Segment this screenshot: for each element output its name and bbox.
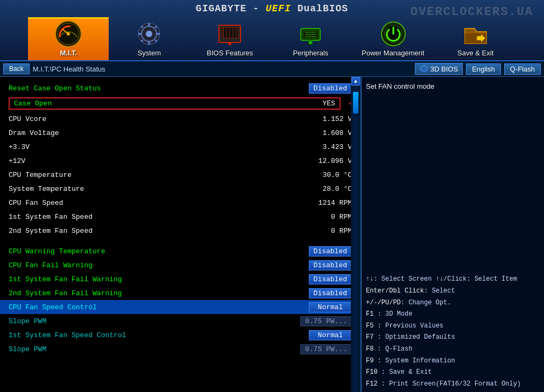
back-button[interactable]: Back — [3, 63, 30, 74]
setting-sys-fan1-fail[interactable]: 1st System Fan Fail Warning Disabled — [0, 272, 361, 286]
setting-sys-fan2: 2nd System Fan Speed 0 RPM — [0, 224, 361, 238]
scrollbar[interactable]: ▲ ▼ — [351, 77, 361, 392]
brand-dualbios: DualBIOS — [291, 3, 348, 14]
nav-save-label: Save & Exit — [457, 49, 493, 57]
value: Disabled — [309, 274, 352, 284]
label: 2nd System Fan Fail Warning — [9, 289, 309, 297]
setting-case-open-value: YES — [303, 99, 335, 108]
setting-sys-fan1-control[interactable]: 1st System Fan Speed Control Normal — [0, 328, 361, 342]
label: CPU Fan Speed — [9, 199, 298, 207]
brand-gigabyte: GIGABYTE - — [196, 3, 266, 14]
value: 1214 RPM — [298, 199, 352, 207]
shortcut-esc: ESC/Right Click: Exit — [366, 390, 540, 392]
qflash-button[interactable]: Q-Flash — [504, 63, 541, 75]
value: Normal — [309, 302, 352, 312]
label: +3.3V — [9, 143, 298, 151]
value: 0 RPM — [298, 227, 352, 235]
label: +12V — [9, 157, 298, 165]
shortcut-f10: F10 : Save & Exit — [366, 367, 540, 379]
breadcrumb-path: M.I.T.\PC Health Status — [33, 65, 412, 73]
setting-reset-case[interactable]: Reset Case Open Status Disabled — [0, 81, 361, 95]
help-panel: Set FAN control mode ↑↓: Select Screen ↑… — [361, 77, 544, 392]
value: 1.152 V — [298, 115, 352, 123]
svg-point-3 — [67, 32, 70, 35]
shortcut-f9: F9 : System Information — [366, 355, 540, 367]
svg-rect-12 — [138, 33, 142, 35]
setting-case-open-name: Case Open — [14, 99, 303, 108]
svg-rect-10 — [148, 23, 150, 26]
value: Normal — [309, 330, 352, 340]
nav-system[interactable]: System — [109, 17, 189, 60]
label: 2nd System Fan Speed — [9, 227, 298, 235]
setting-case-open[interactable]: Case Open YES — [9, 97, 341, 110]
shortcut-f8: F8 : Q-Flash — [366, 344, 540, 355]
brand-uefi: UEFI — [266, 3, 291, 14]
setting-12v: +12V 12.096 V — [0, 154, 361, 168]
spacer — [0, 238, 361, 244]
value: 0.75 PW... — [300, 316, 352, 326]
value: Disabled — [309, 260, 352, 270]
setting-sys-fan1: 1st System Fan Speed 0 RPM — [0, 210, 361, 224]
svg-point-9 — [146, 31, 152, 37]
label: 1st System Fan Speed Control — [9, 331, 309, 339]
nav-mit[interactable]: M.I.T. — [28, 17, 109, 60]
help-shortcuts: ↑↓: Select Screen ↑↓/Click: Select Item … — [366, 274, 540, 392]
nav-power[interactable]: Power Management — [351, 17, 435, 60]
setting-cpu-fan-fail[interactable]: CPU Fan Fail Warning Disabled — [0, 258, 361, 272]
svg-rect-13 — [157, 33, 160, 35]
setting-cpu-warn[interactable]: CPU Warning Temperature Disabled — [0, 244, 361, 258]
svg-point-25 — [228, 42, 231, 45]
language-button[interactable]: English — [466, 63, 501, 75]
nav-peripherals[interactable]: Peripherals — [270, 17, 351, 60]
label: CPU Fan Speed Control — [9, 303, 309, 311]
label: 1st System Fan Fail Warning — [9, 275, 309, 283]
label: Slope PWM — [9, 317, 300, 325]
setting-cpu-temp: CPU Temperature 30.0 °C — [0, 168, 361, 182]
value: 30.0 °C — [298, 171, 352, 179]
setting-value: Disabled — [309, 83, 352, 94]
value: 0.75 PW... — [300, 344, 352, 354]
nav-system-label: System — [138, 49, 161, 57]
nav-bios-label: BIOS Features — [207, 49, 253, 57]
label: Slope PWM — [9, 345, 300, 353]
setting-slope-pwm2[interactable]: Slope PWM 0.75 PW... — [0, 342, 361, 356]
nav-save[interactable]: Save & Exit — [435, 17, 516, 60]
setting-cpu-fan-control[interactable]: CPU Fan Speed Control Normal — [0, 300, 361, 314]
value: Disabled — [309, 288, 352, 298]
watermark: OVERCLOCKERS.UA — [411, 5, 533, 19]
value: 3.423 V — [298, 143, 352, 151]
value: Disabled — [309, 246, 352, 256]
setting-dram-voltage: Dram Voltage 1.608 V — [0, 126, 361, 140]
setting-sys-fan2-fail[interactable]: 2nd System Fan Fail Warning Disabled — [0, 286, 361, 300]
value: 0 RPM — [298, 213, 352, 221]
nav-bios[interactable]: BIOS Features — [189, 17, 270, 60]
value: 1.608 V — [298, 129, 352, 137]
label: Dram Voltage — [9, 129, 298, 137]
value: 28.0 °C — [298, 185, 352, 193]
setting-3v3: +3.3V 3.423 V — [0, 140, 361, 154]
label: CPU Temperature — [9, 171, 298, 179]
setting-slope-pwm1[interactable]: Slope PWM 0.75 PW... — [0, 314, 361, 328]
shortcut-enter: Enter/Dbl Click: Select — [366, 286, 540, 297]
shortcut-f12: F12 : Print Screen(FAT16/32 Format Only) — [366, 379, 540, 390]
shortcut-f5: F5 : Previous Values — [366, 320, 540, 332]
nav-mit-label: M.I.T. — [60, 49, 77, 57]
scroll-up-button[interactable]: ▲ — [351, 77, 360, 85]
nav-peripherals-label: Peripherals — [293, 49, 328, 57]
shortcut-f7: F7 : Optimized Defaults — [366, 332, 540, 344]
shortcut-change: +/-/PU/PD: Change Opt. — [366, 297, 540, 309]
nav-power-label: Power Management — [362, 49, 424, 57]
setting-cpu-fan: CPU Fan Speed 1214 RPM — [0, 196, 361, 210]
setting-name: Reset Case Open Status — [9, 84, 309, 92]
svg-point-31 — [308, 40, 313, 45]
setting-sys-temp: System Temperature 28.0 °C — [0, 182, 361, 196]
setting-cpu-vcore: CPU Vcore 1.152 V — [0, 112, 361, 126]
shortcut-f1: F1 : 3D Mode — [366, 309, 540, 320]
label: CPU Fan Fail Warning — [9, 261, 309, 269]
svg-text:3D: 3D — [422, 68, 426, 71]
scroll-thumb[interactable] — [353, 92, 358, 113]
scroll-track — [353, 87, 358, 392]
label: 1st System Fan Speed — [9, 213, 298, 221]
bios-3d-badge: 3D 3D BIOS — [415, 63, 463, 75]
label: CPU Vcore — [9, 115, 298, 123]
